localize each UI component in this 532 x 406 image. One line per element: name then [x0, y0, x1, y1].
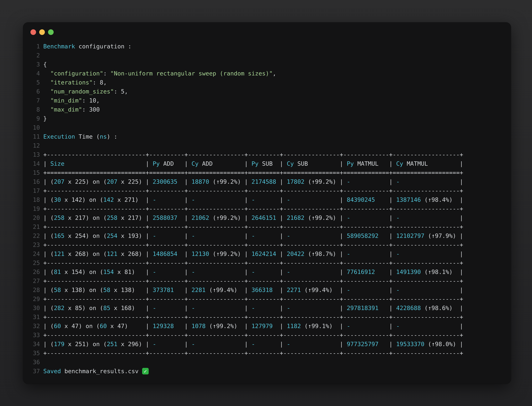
code-text: "configuration": "Non-uniform rectangula… [43, 70, 276, 77]
code-segment: x 225) on ( [64, 178, 107, 185]
code-segment: , [273, 70, 276, 77]
line-number: 24 [23, 249, 43, 258]
code-segment: +----------------------------+----------… [43, 314, 463, 320]
code-segment: - [153, 232, 156, 239]
code-segment: | [400, 214, 463, 221]
code-segment: ADD | [199, 160, 252, 167]
code-text: +----------------------------+----------… [43, 350, 463, 356]
code-line: 32| (60 x 47) on (60 x 47) | 129328 | 10… [23, 321, 509, 331]
code-segment: - [347, 250, 350, 257]
code-segment: 297818391 [347, 304, 378, 311]
code-segment: 142 [103, 196, 114, 203]
code-line: 36 [23, 358, 509, 367]
line-number: 28 [23, 285, 43, 294]
code-segment: - [192, 304, 195, 311]
line-number: 1 [23, 42, 43, 51]
code-segment [43, 97, 50, 104]
code-segment: SUB | [294, 160, 347, 167]
code-segment: | [290, 268, 347, 275]
code-line: 18| (30 x 142) on (142 x 271) | - | - | … [23, 195, 509, 204]
code-segment: - [192, 341, 195, 348]
code-segment: (↑99.4%) | [301, 287, 347, 293]
code-text: | (179 x 251) on (251 x 296) | - | - | -… [43, 341, 463, 348]
code-segment: x 168) | [110, 304, 153, 311]
code-line: 4 "configuration": "Non-uniform rectangu… [23, 69, 509, 78]
code-text: +============================+==========… [43, 169, 463, 176]
code-segment: benchmark_results.csv [61, 368, 142, 375]
code-text: +----------------------------+----------… [43, 332, 463, 338]
code-segment: (↑99.2%) | [209, 178, 251, 185]
code-segment: | [177, 250, 192, 257]
code-text: | (58 x 138) on (58 x 138) | 373781 | 22… [43, 287, 463, 293]
line-number: 14 [23, 159, 43, 168]
code-segment: "configuration" [50, 70, 103, 77]
code-line: 24| (121 x 268) on (121 x 268) | 1486854… [23, 249, 509, 258]
code-segment: 165 [54, 232, 64, 239]
code-segment: (↑98.1%) | [421, 268, 463, 275]
code-segment: | [290, 304, 347, 311]
code-segment: 1078 [192, 323, 206, 329]
code-line: 12 [23, 141, 509, 150]
code-segment: x 193) | [117, 232, 153, 239]
code-text: +----------------------------+----------… [43, 260, 463, 266]
code-line: 37Saved benchmark_results.csv ✓ [23, 367, 509, 376]
minimize-button[interactable] [39, 29, 45, 35]
code-text: "max_dim": 300 [43, 106, 100, 113]
code-segment [43, 70, 50, 77]
code-segment: | [375, 268, 396, 275]
code-segment: 60 [100, 323, 107, 329]
code-segment: x 47) on ( [61, 323, 100, 329]
code-text: | (60 x 47) on (60 x 47) | 129328 | 1078… [43, 323, 463, 329]
code-line: 31+----------------------------+--------… [23, 312, 509, 321]
code-line: 5 "iterations": 8, [23, 78, 509, 87]
code-segment: | ( [43, 323, 54, 329]
code-segment: - [347, 178, 350, 185]
code-segment: - [192, 196, 195, 203]
code-segment: 30 [54, 196, 61, 203]
code-segment: 77616912 [347, 268, 375, 275]
code-segment: : 8, [93, 79, 107, 86]
line-number: 15 [23, 168, 43, 177]
code-segment: | ( [43, 287, 54, 293]
code-segment: "num_random_sizes" [50, 88, 114, 95]
code-segment [43, 79, 50, 86]
code-text: } [43, 115, 47, 122]
code-segment: 2588037 [153, 214, 177, 221]
code-segment: ) : [107, 133, 117, 140]
code-segment: +----------------------------+----------… [43, 296, 463, 302]
code-text: Execution Time (ns) : [43, 133, 117, 140]
code-segment: 2300635 [153, 178, 177, 185]
code-segment: | [255, 341, 287, 348]
code-segment: 2281 [192, 287, 206, 293]
code-text: "min_dim": 10, [43, 97, 100, 104]
code-segment: (↑99.2%) | [305, 214, 347, 221]
code-segment: Time ( [75, 133, 100, 140]
zoom-button[interactable] [48, 29, 54, 35]
code-line: 9} [23, 114, 509, 123]
code-segment: (↑98.4%) | [421, 196, 463, 203]
code-line: 20| (258 x 217) on (258 x 217) | 2588037… [23, 213, 509, 222]
code-text: +----------------------------+----------… [43, 187, 463, 194]
code-segment: x 154) on ( [61, 268, 103, 275]
code-segment: | [400, 250, 463, 257]
code-segment: | [255, 304, 287, 311]
code-line: 27+----------------------------+--------… [23, 276, 509, 285]
close-button[interactable] [30, 29, 36, 35]
line-number: 18 [23, 195, 43, 204]
code-line: 21+----------------------------+--------… [23, 222, 509, 231]
code-segment: 12102797 [396, 232, 424, 239]
line-number: 25 [23, 258, 43, 267]
line-number: 9 [23, 114, 43, 123]
code-segment: | ( [43, 214, 54, 221]
code-line: 22| (165 x 254) on (254 x 193) | - | - |… [23, 231, 509, 240]
code-segment: ns [100, 133, 107, 140]
code-segment: - [192, 232, 195, 239]
code-segment: "max_dim" [50, 106, 82, 113]
code-segment: x 268) on ( [64, 250, 107, 257]
code-segment: +----------------------------+----------… [43, 187, 463, 194]
code-segment: | ( [43, 232, 54, 239]
code-line: 29+----------------------------+--------… [23, 294, 509, 304]
code-segment: 282 [54, 304, 64, 311]
code-line: 33+----------------------------+--------… [23, 331, 509, 340]
code-segment: | [177, 214, 192, 221]
